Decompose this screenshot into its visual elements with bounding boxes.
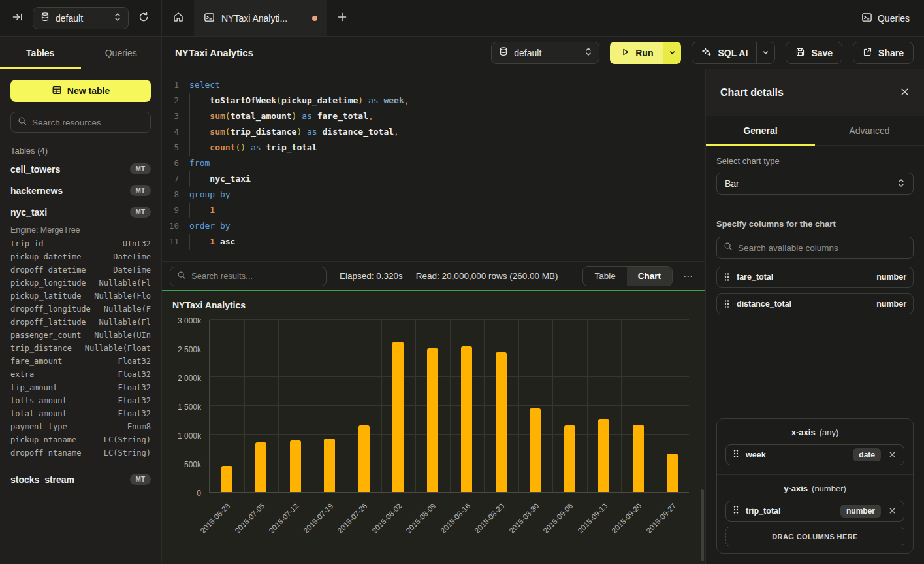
available-column-chip-distance_total[interactable]: distance_totalnumber: [716, 293, 914, 314]
sql-token: from: [189, 158, 210, 168]
table-row-cell_towers[interactable]: cell_towersMT: [10, 158, 151, 180]
panel-tab-general[interactable]: General: [706, 116, 815, 145]
run-button[interactable]: Run: [610, 42, 663, 64]
toggle-chart[interactable]: Chart: [627, 267, 672, 286]
app-window: default NYTaxi Analyti..: [0, 0, 924, 564]
available-column-chip-fare_total[interactable]: fare_totalnumber: [716, 267, 914, 288]
line-number: 8: [162, 187, 189, 203]
queries-button[interactable]: Queries: [847, 0, 924, 36]
x-axis-section: x-axis(any) week date: [717, 419, 913, 474]
sql-token: ): [358, 95, 363, 105]
database-icon: [498, 46, 509, 59]
column-type: Nullable(Fl: [99, 278, 151, 288]
chart-bar: [461, 346, 472, 492]
column-search-input[interactable]: [738, 243, 906, 253]
sql-token: pickup_datetime: [281, 95, 358, 105]
new-table-button[interactable]: New table: [10, 80, 151, 102]
sql-token: [189, 205, 210, 215]
refresh-button[interactable]: [135, 8, 152, 27]
panel-tab-advanced[interactable]: Advanced: [815, 116, 924, 145]
toolbar-database-selector[interactable]: default: [491, 42, 599, 64]
table-name: stocks_stream: [10, 474, 74, 485]
column-type: Nullable(Fl: [99, 318, 151, 327]
remove-y-axis-column-button[interactable]: [887, 505, 897, 518]
column-chip-name: fare_total: [737, 273, 870, 282]
x-axis-chip-name: week: [746, 450, 846, 459]
column-type: Float32: [118, 396, 151, 405]
panel-tabs: General Advanced: [706, 116, 924, 146]
sparkles-icon: [701, 46, 712, 59]
home-tab[interactable]: [162, 0, 195, 36]
sidebar-tab-queries[interactable]: Queries: [81, 37, 162, 69]
column-row: pickup_datetimeDateTime: [10, 250, 151, 263]
column-row: dropoff_datetimeDateTime: [10, 263, 151, 276]
save-button[interactable]: Save: [786, 42, 842, 64]
sql-token: (: [225, 127, 231, 137]
column-name: pickup_latitude: [10, 291, 81, 301]
v-gridline: [415, 320, 416, 492]
y-tick-label: 500k: [162, 460, 201, 469]
results-search: [170, 267, 327, 286]
x-tick-label: 2015-06-28: [162, 502, 232, 564]
y-tick-label: 2 500k: [162, 345, 201, 354]
x-axis-chip[interactable]: week date: [725, 444, 904, 465]
sql-editor[interactable]: 1select2 toStartOfWeek(pickup_datetime) …: [162, 69, 705, 261]
indent-guide: [189, 108, 190, 124]
refresh-icon: [138, 11, 150, 25]
share-button[interactable]: Share: [853, 42, 914, 64]
line-code: sum(trip_distance) as distance_total,: [189, 124, 399, 140]
indent-guide: [189, 140, 190, 156]
y-axis-chip[interactable]: trip_total number: [725, 501, 904, 522]
sql-token: (: [276, 95, 281, 105]
sql-token: week: [383, 95, 404, 105]
database-selector[interactable]: default: [33, 7, 129, 29]
sql-ai-button[interactable]: SQL AI: [692, 42, 775, 64]
read-stat: Read: 20,000,000 rows (260.00 MB): [416, 271, 558, 281]
resource-search-input[interactable]: [32, 118, 144, 127]
panel-title: Chart details: [720, 87, 784, 99]
remove-x-axis-column-button[interactable]: [887, 449, 897, 461]
column-name: dropoff_ntaname: [10, 448, 81, 457]
v-gridline: [656, 320, 656, 492]
scrollbar[interactable]: [701, 489, 704, 561]
share-icon: [863, 47, 872, 59]
toggle-table[interactable]: Table: [583, 267, 626, 286]
results-search-input[interactable]: [191, 271, 319, 281]
terminal-icon: [204, 12, 215, 25]
sql-token: 1: [210, 237, 215, 246]
collapse-sidebar-button[interactable]: [9, 8, 26, 27]
chart-bar: [633, 425, 644, 492]
column-type: UInt32: [123, 239, 151, 248]
indent-guide: [189, 124, 190, 140]
drag-columns-dropzone[interactable]: DRAG COLUMNS HERE: [725, 527, 904, 546]
run-options-button[interactable]: [663, 42, 681, 64]
results-more-button[interactable]: ⋯: [679, 269, 697, 284]
terminal-icon: [861, 12, 872, 25]
tab-nytaxi-analytics[interactable]: NYTaxi Analyti...: [195, 0, 327, 36]
table-row-stocks_stream[interactable]: stocks_streamMT: [10, 469, 151, 490]
sql-token: sum: [210, 127, 225, 137]
close-icon: [889, 506, 896, 516]
available-columns-list: fare_totalnumberdistance_totalnumber: [716, 267, 914, 320]
new-tab-button[interactable]: [327, 0, 358, 36]
sql-token: nyc_taxi: [210, 174, 251, 184]
column-row: dropoff_latitudeNullable(Fl: [10, 316, 151, 329]
column-row: tip_amountFloat32: [10, 381, 151, 394]
line-code: order by: [189, 218, 231, 234]
database-icon: [40, 12, 50, 24]
sidebar-tab-tables[interactable]: Tables: [0, 37, 81, 69]
sql-token: ,: [368, 111, 374, 121]
v-gridline: [621, 320, 622, 492]
column-type: Nullable(F: [104, 305, 151, 314]
home-icon: [172, 11, 184, 25]
close-panel-button[interactable]: [900, 87, 910, 99]
line-code: select: [189, 77, 220, 93]
v-gridline: [587, 320, 588, 492]
chart-type-select[interactable]: Bar: [716, 173, 914, 195]
table-row-nyc_taxi[interactable]: nyc_taxiMT: [10, 201, 151, 223]
column-chip-type: number: [876, 273, 906, 282]
column-name: tip_amount: [10, 383, 57, 392]
sql-ai-options-button[interactable]: [756, 42, 774, 63]
table-row-hackernews[interactable]: hackernewsMT: [10, 180, 151, 201]
sql-token: total_amount: [231, 111, 292, 121]
